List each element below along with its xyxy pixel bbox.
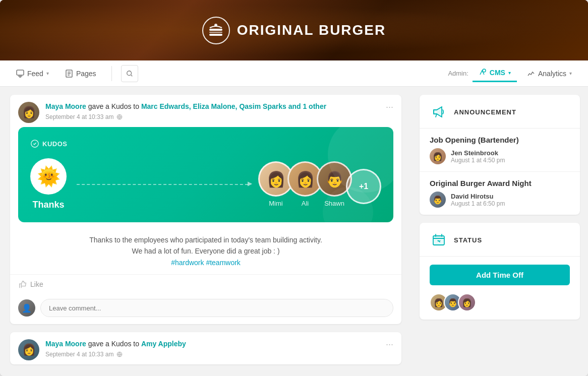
cms-icon: [479, 69, 487, 77]
post-action-2: gave a Kudos to: [88, 340, 141, 348]
nav-divider: [111, 66, 112, 81]
post-meta: Maya Moore gave a Kudos to Marc Edwards,…: [45, 102, 380, 120]
post-time: September 4 at 10:33 am: [45, 113, 380, 120]
post-title-2: Maya Moore gave a Kudos to Amy Appleby: [45, 339, 380, 349]
post-author-2: Maya Moore: [45, 340, 86, 348]
kudos-card: KUDOS 🌞 Thanks: [18, 127, 393, 222]
calendar-plane-icon: [432, 233, 446, 247]
post-header-2: 👩 Maya Moore gave a Kudos to Amy Appleby…: [10, 332, 401, 364]
search-icon: [126, 70, 133, 77]
brand-logo: Original Burger: [202, 17, 386, 44]
author-avatar: 👩: [18, 102, 39, 123]
receiver-name-ali: Ali: [302, 200, 309, 207]
feed-chevron-icon: ▾: [46, 71, 49, 76]
ann-avatar-2: 👨: [430, 192, 446, 208]
post-body: Thanks to the employees who participated…: [10, 228, 401, 274]
pages-icon: [65, 70, 73, 78]
kudos-label-badge: KUDOS: [42, 140, 67, 148]
ann-meta-2: 👨 David Hirotsu August 1 at 6:50 pm: [430, 192, 570, 208]
feed-section: 👩 Maya Moore gave a Kudos to Marc Edward…: [0, 87, 411, 376]
post-title: Maya Moore gave a Kudos to Marc Edwards,…: [45, 102, 380, 112]
post-timestamp-2: September 4 at 10:33 am: [45, 351, 113, 358]
kudos-type-label: Thanks: [32, 200, 64, 210]
pages-nav-item[interactable]: Pages: [59, 66, 102, 82]
navbar: Feed ▾ Pages Admin:: [0, 60, 588, 87]
status-header: STATUS: [420, 223, 580, 257]
main-content: 👩 Maya Moore gave a Kudos to Marc Edward…: [0, 87, 588, 376]
status-card: STATUS Add Time Off 👩 👨 👩: [420, 223, 580, 320]
feed-label: Feed: [27, 70, 43, 78]
ann-author-2: David Hirotsu: [451, 193, 505, 200]
ann-avatar-1: 👩: [430, 148, 446, 164]
pages-label: Pages: [76, 70, 96, 78]
kudos-badge: KUDOS: [30, 139, 381, 148]
receiver-avatar-plus: +1: [346, 169, 381, 204]
announcement-icon: [430, 103, 448, 121]
kudos-arrow: [67, 184, 258, 185]
analytics-icon: [527, 70, 535, 78]
nav-right: Admin: CMS ▾ Analytics ▾: [448, 65, 578, 82]
ann-author-1: Jen Steinbrook: [451, 149, 505, 157]
kudos-receivers: 👩 Mimi 👩 Ali: [258, 161, 381, 207]
announcement-item-2: Original Burger Award Night 👨 David Hiro…: [420, 172, 580, 215]
burger-icon: [202, 17, 230, 44]
analytics-label: Analytics: [538, 70, 566, 78]
status-title: STATUS: [454, 236, 482, 244]
post-text: Thanks to the employees who participated…: [18, 234, 393, 257]
svg-point-7: [483, 69, 486, 72]
receiver-item-plus: +1: [346, 169, 381, 207]
kudos-icon: [30, 139, 39, 148]
announcement-card: ANNOUNCEMENT Job Opening (Bartender) 👩 J…: [420, 95, 580, 215]
ann-info-2: David Hirotsu August 1 at 6:50 pm: [451, 193, 505, 207]
ann-title-2: Original Burger Award Night: [430, 179, 570, 187]
admin-label: Admin:: [448, 70, 468, 77]
post-more-button-2[interactable]: ···: [386, 339, 393, 350]
cms-chevron-icon: ▾: [508, 70, 511, 76]
like-button[interactable]: Like: [18, 280, 43, 289]
brand-name: Original Burger: [237, 22, 386, 38]
add-time-off-button[interactable]: Add Time Off: [430, 265, 570, 285]
svg-point-6: [127, 71, 131, 75]
author-avatar-2: 👩: [18, 339, 39, 360]
ann-meta-1: 👩 Jen Steinbrook August 1 at 4:50 pm: [430, 148, 570, 164]
post-time-2: September 4 at 10:33 am: [45, 351, 380, 358]
globe-icon: [116, 114, 123, 120]
announcement-header: ANNOUNCEMENT: [420, 95, 580, 129]
svg-rect-4: [17, 70, 24, 75]
announcement-item-1: Job Opening (Bartender) 👩 Jen Steinbrook…: [420, 129, 580, 172]
receiver-name-mimi: Mimi: [269, 200, 282, 207]
comment-section: 👤: [10, 294, 401, 324]
post-recipients: Marc Edwards, Eliza Malone, Qasim Sparks…: [141, 102, 326, 110]
cms-label: CMS: [490, 69, 505, 77]
post-tags[interactable]: #hardwork #teamwork: [18, 257, 393, 268]
post-card: 👩 Maya Moore gave a Kudos to Marc Edward…: [10, 95, 401, 324]
sender-avatar: 🌞: [30, 158, 67, 195]
globe-icon-2: [116, 351, 123, 357]
ann-info-1: Jen Steinbrook August 1 at 4:50 pm: [451, 149, 505, 164]
ann-time-2: August 1 at 6:50 pm: [451, 200, 505, 207]
search-button[interactable]: [121, 65, 138, 82]
post-more-button[interactable]: ···: [386, 102, 393, 112]
svg-rect-3: [209, 34, 222, 36]
cms-nav-item[interactable]: CMS ▾: [473, 65, 517, 82]
receiver-avatar-shawn: 👨: [317, 161, 352, 197]
analytics-nav-item[interactable]: Analytics ▾: [521, 66, 578, 82]
like-label: Like: [30, 280, 43, 288]
megaphone-icon: [432, 105, 446, 119]
svg-rect-2: [209, 32, 222, 33]
commenter-avatar: 👤: [18, 299, 35, 317]
post-header: 👩 Maya Moore gave a Kudos to Marc Edward…: [10, 95, 401, 127]
post-meta-2: Maya Moore gave a Kudos to Amy Appleby S…: [45, 339, 380, 358]
kudos-sender: 🌞 Thanks: [30, 158, 67, 210]
post-recipients-2: Amy Appleby: [141, 340, 186, 348]
ann-time-1: August 1 at 4:50 pm: [451, 157, 505, 164]
arrow-line: [77, 184, 248, 185]
status-avatar-3: 👩: [458, 293, 476, 311]
feed-nav-item[interactable]: Feed ▾: [10, 66, 55, 82]
status-avatars: 👩 👨 👩: [420, 293, 580, 320]
feed-icon: [16, 70, 24, 78]
post-card-2: 👩 Maya Moore gave a Kudos to Amy Appleby…: [10, 332, 401, 364]
status-icon: [430, 231, 448, 249]
comment-input[interactable]: [40, 299, 393, 317]
analytics-chevron-icon: ▾: [569, 71, 572, 76]
